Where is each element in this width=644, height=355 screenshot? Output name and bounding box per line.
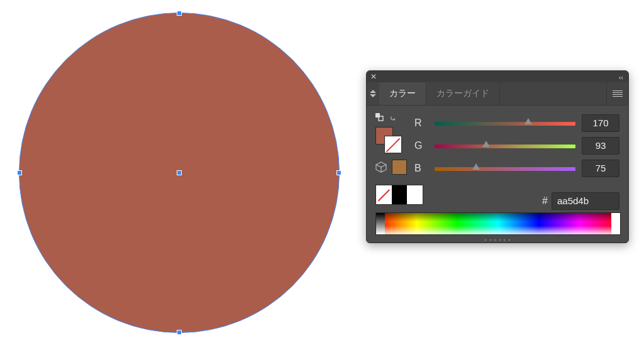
selection-handle-n[interactable] bbox=[177, 11, 182, 16]
cube-3d-icon[interactable] bbox=[375, 161, 387, 173]
swatch-black[interactable] bbox=[392, 185, 408, 204]
slider-r[interactable] bbox=[435, 119, 575, 127]
selected-ellipse[interactable] bbox=[19, 13, 340, 333]
svg-rect-0 bbox=[375, 113, 380, 117]
color-spectrum[interactable] bbox=[375, 212, 621, 235]
value-g[interactable]: 93 bbox=[582, 137, 619, 155]
hex-row: # aa5d4b bbox=[542, 192, 619, 210]
spectrum-shade bbox=[376, 213, 620, 234]
collapse-icon[interactable]: ‹‹ bbox=[619, 74, 623, 81]
swap-default-icon[interactable] bbox=[375, 113, 384, 124]
tab-color-guide-label: カラーガイド bbox=[436, 88, 489, 99]
slider-g[interactable] bbox=[435, 142, 575, 150]
slider-thumb-g[interactable] bbox=[482, 141, 490, 147]
value-b[interactable]: 75 bbox=[582, 160, 619, 177]
fill-stroke-swatch[interactable] bbox=[375, 127, 401, 152]
slider-track-r bbox=[435, 122, 575, 126]
color-panel: ✕ ‹‹ カラー カラーガイド ⤿ bbox=[366, 70, 629, 243]
hex-input[interactable]: aa5d4b bbox=[552, 192, 619, 210]
slider-b[interactable] bbox=[435, 165, 575, 172]
label-g: G bbox=[414, 140, 428, 151]
tab-color-guide[interactable]: カラーガイド bbox=[426, 82, 500, 105]
selection-handle-s[interactable] bbox=[177, 330, 182, 335]
tab-chooser-icon[interactable] bbox=[367, 82, 379, 105]
slider-thumb-b[interactable] bbox=[472, 163, 480, 170]
swatch-white[interactable] bbox=[407, 185, 423, 204]
slider-thumb-r[interactable] bbox=[525, 118, 532, 124]
hamburger-icon bbox=[613, 90, 623, 97]
spectrum-white-chip bbox=[611, 213, 620, 234]
stroke-swatch[interactable] bbox=[384, 136, 402, 153]
canvas-area[interactable] bbox=[0, 0, 358, 355]
cube-color-chip[interactable] bbox=[392, 160, 407, 175]
tab-color-label: カラー bbox=[389, 88, 416, 99]
label-r: R bbox=[414, 117, 428, 129]
slider-row-r: R 170 bbox=[414, 112, 619, 134]
swatch-none[interactable] bbox=[376, 185, 392, 204]
selection-handle-w[interactable] bbox=[17, 170, 22, 175]
panel-menu-button[interactable] bbox=[606, 82, 628, 105]
panel-tabs: カラー カラーガイド bbox=[367, 82, 628, 106]
rgb-sliders: R 170 G 93 B bbox=[414, 112, 619, 180]
label-b: B bbox=[414, 163, 428, 174]
selection-handle-e[interactable] bbox=[336, 170, 341, 175]
tab-color[interactable]: カラー bbox=[379, 82, 426, 105]
value-r[interactable]: 170 bbox=[582, 114, 619, 132]
panel-titlebar[interactable]: ✕ ‹‹ bbox=[367, 71, 628, 82]
panel-resize-grip[interactable] bbox=[485, 238, 510, 242]
selection-handle-center[interactable] bbox=[177, 170, 182, 175]
close-icon[interactable]: ✕ bbox=[370, 72, 377, 81]
slider-track-b bbox=[435, 167, 575, 171]
panel-body: ⤿ R 170 G bbox=[367, 106, 628, 243]
swap-fill-stroke-icon[interactable]: ⤿ bbox=[389, 114, 396, 123]
slider-track-g bbox=[435, 145, 575, 148]
hex-hash: # bbox=[542, 195, 548, 207]
panel-left-column: ⤿ bbox=[375, 112, 411, 175]
slider-row-g: G 93 bbox=[414, 134, 619, 157]
slider-row-b: B 75 bbox=[414, 157, 619, 180]
spectrum-blackwhite-ramp bbox=[376, 213, 385, 234]
none-black-white-swatches bbox=[375, 185, 423, 205]
